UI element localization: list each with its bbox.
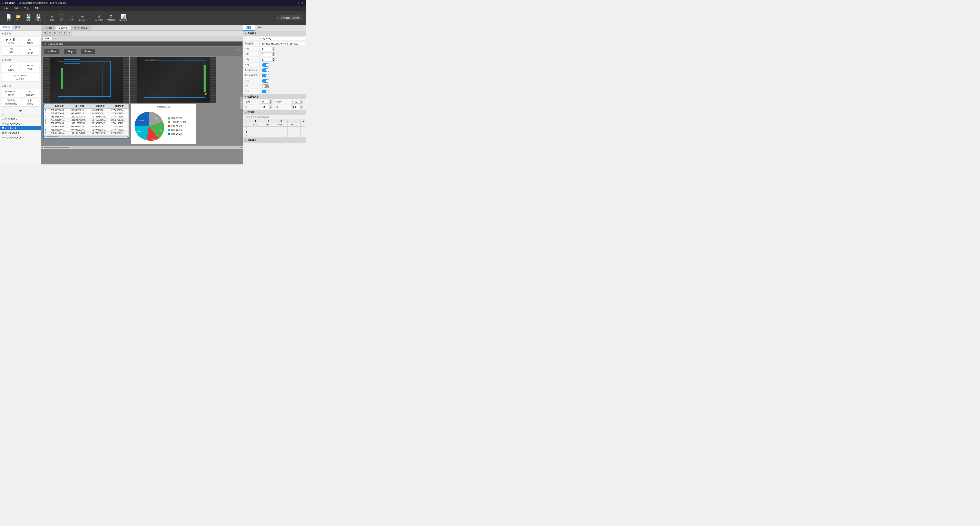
toolbox-line-edit[interactable]: AB_ 线编辑框	[21, 89, 39, 97]
prop-header-input[interactable]	[261, 42, 305, 45]
v-header-toggle[interactable]	[262, 74, 269, 77]
x-down-btn[interactable]: ▼	[269, 102, 272, 104]
canvas-stop-btn[interactable]: Stop	[64, 49, 76, 54]
cell-5-2[interactable]: 997.98596219...	[69, 125, 90, 128]
toolbox-run-frame[interactable]: ▶ ■ ⏸ 运行框	[2, 37, 20, 46]
row-height-up-btn[interactable]: ▲	[272, 57, 275, 60]
right-tab-properties[interactable]: 属性	[243, 25, 255, 31]
row-height-down-btn[interactable]: ▼	[272, 60, 275, 62]
add-page-btn[interactable]: +	[52, 37, 58, 40]
component-m-pie-chart-5[interactable]: m_pieChart_5	[0, 131, 41, 135]
row-height-input[interactable]	[261, 58, 272, 62]
h-header-toggle[interactable]	[262, 69, 269, 72]
width-input[interactable]	[261, 105, 269, 109]
y-up-btn[interactable]: ▲	[301, 100, 303, 102]
cell-6-3[interactable]: 51.597461381...	[90, 128, 110, 132]
layout-btn-2[interactable]: ⊟	[48, 31, 52, 35]
component-m-widget-2[interactable]: m_widget_2	[0, 116, 41, 121]
maximize-btn[interactable]: □	[297, 1, 301, 5]
cell-7-4[interactable]: 277.8876964...	[110, 132, 129, 135]
enabled-toggle[interactable]	[262, 63, 269, 67]
ds-cell-4-1[interactable]	[249, 134, 262, 138]
cell-6-4[interactable]: 277.8876964...	[110, 128, 129, 132]
width-down-btn[interactable]: ▼	[269, 107, 272, 109]
display-settings-btn[interactable]: 📊 显示设置	[118, 13, 129, 22]
cols-down-btn[interactable]: ▼	[272, 54, 275, 56]
language-btn[interactable]: Chinese|中文(简体)	[279, 16, 302, 20]
cell-4-0[interactable]: 6	[44, 122, 49, 125]
cell-0-0[interactable]: 2	[44, 109, 49, 112]
cell-2-1[interactable]: 731.97553055...	[49, 115, 69, 118]
ds-cell-2-3[interactable]	[275, 127, 288, 130]
handle-tl[interactable]	[43, 104, 45, 105]
toolbox-label[interactable]: Text 标签	[2, 46, 20, 56]
toolbox-combo[interactable]: combo ▼ 组合框	[2, 89, 20, 97]
component-m-img-widget-3[interactable]: m_imgWidget_3	[0, 121, 41, 126]
cell-2-3[interactable]: 50.723764310...	[90, 115, 110, 118]
cols-input[interactable]	[261, 53, 272, 56]
cell-3-0[interactable]: 5	[44, 118, 49, 122]
cell-0-2[interactable]: 997.98596219...	[69, 109, 90, 112]
canvas-pause-btn[interactable]: Pause	[81, 49, 95, 54]
height-input[interactable]	[293, 105, 301, 109]
x-input[interactable]	[261, 100, 269, 104]
cols-up-btn[interactable]: ▲	[272, 52, 275, 54]
handle-br[interactable]	[128, 137, 129, 139]
cell-5-3[interactable]: 51.597461381...	[90, 125, 110, 128]
cell-1-4[interactable]: 277.8876964...	[110, 112, 129, 115]
cell-7-3[interactable]: 50.723764310...	[90, 132, 110, 135]
run-mode-btn[interactable]: 🖥 运行模式	[93, 13, 105, 22]
x-up-btn[interactable]: ▲	[269, 100, 272, 102]
cell-1-3[interactable]: 51.597461381...	[90, 112, 110, 115]
section-buttons-title[interactable]: 按钮组	[2, 58, 39, 62]
tab-resources[interactable]: 资源	[13, 25, 22, 30]
section-input-title[interactable]: 输入框	[2, 84, 39, 88]
cell-6-0[interactable]: 8	[44, 128, 49, 132]
var-settings-btn[interactable]: ⚙ 变量设置	[105, 13, 117, 22]
cell-6-1[interactable]: 731.97553055...	[49, 128, 69, 132]
menu-help[interactable]: 帮助	[33, 6, 41, 11]
sync-toggle[interactable]	[262, 90, 269, 93]
ds-cell-4-4[interactable]	[288, 134, 300, 138]
cell-1-0[interactable]: 3	[44, 112, 49, 115]
step-run-btn[interactable]: ⏭ 单步运行	[77, 13, 88, 22]
alternate-toggle[interactable]	[262, 84, 269, 88]
table-scroll-bar[interactable]: ◀ ▶	[44, 135, 129, 138]
cell-1-2[interactable]: 997.98596219...	[69, 112, 90, 115]
cell-7-2[interactable]: 1010.60247888...	[69, 132, 90, 135]
tab-main-flow[interactable]: 主流程	[43, 26, 55, 30]
cell-3-3[interactable]: 54.715331855...	[90, 118, 110, 122]
prop-id-input[interactable]	[261, 37, 305, 40]
section-display-title[interactable]: 显示框	[2, 32, 39, 36]
cell-1-1[interactable]: 731.97553055...	[49, 112, 69, 115]
cell-4-2[interactable]: 1012.16207555...	[69, 122, 90, 125]
cell-3-4[interactable]: 281.2959698...	[110, 118, 129, 122]
page-tab-main[interactable]: Main	[43, 37, 52, 40]
cell-7-1[interactable]: 731.97553055...	[49, 132, 69, 135]
save-btn[interactable]: 💾 保存	[24, 13, 33, 22]
y-down-btn[interactable]: ▼	[301, 102, 303, 104]
ds-cell-2-5[interactable]	[300, 127, 306, 130]
ds-cell-1-1[interactable]: Vars...	[249, 123, 262, 127]
new-btn[interactable]: 📄 新建	[4, 13, 13, 22]
right-tab-events[interactable]: 事件	[255, 25, 266, 31]
menu-file[interactable]: 文件	[2, 6, 9, 11]
cell-3-2[interactable]: 1011.24349399...	[69, 118, 90, 122]
pause-btn[interactable]: ⏸ 暂停	[67, 13, 76, 22]
menu-tools[interactable]: 工具	[23, 6, 30, 11]
width-up-btn[interactable]: ▲	[269, 105, 272, 107]
ds-cell-2-1[interactable]	[249, 127, 262, 130]
cell-6-2[interactable]: 997.98596219...	[69, 128, 90, 132]
cell-4-4[interactable]: 278.6152438...	[110, 122, 129, 125]
cell-5-0[interactable]: 7	[44, 125, 49, 128]
run-btn[interactable]: ▶ 运行	[48, 13, 57, 22]
component-m-img-widget-6[interactable]: m_imgWidget_6	[0, 135, 41, 140]
cell-2-4[interactable]: 277.8876964...	[110, 115, 129, 118]
save-as-btn[interactable]: 💾 另存为	[33, 13, 43, 22]
close-btn[interactable]: ✕	[301, 1, 305, 5]
toolbox-spin[interactable]: 0 ⬆ 选值框	[21, 98, 39, 107]
rows-down-btn[interactable]: ▼	[272, 49, 275, 51]
layout-btn-3[interactable]: ⊠	[52, 31, 57, 35]
tab-ui-designer[interactable]: UI设计器	[56, 26, 71, 30]
ds-cell-1-2[interactable]: Vars...	[262, 123, 275, 127]
